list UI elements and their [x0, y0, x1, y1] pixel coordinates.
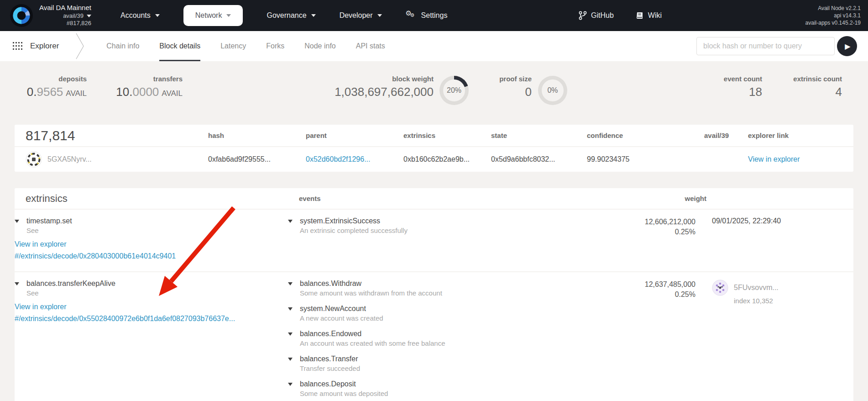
col-hash: hash	[208, 132, 306, 139]
stat-extrinsic-count-label: extrinsic count	[751, 75, 842, 83]
block-summary-stats: deposits 0.9565AVAIL transfers 10.0000AV…	[0, 75, 868, 110]
stat-deposits-value: 0.9565AVAIL	[18, 85, 87, 99]
parent-hash-link[interactable]: 0x52d60bd2f1296...	[306, 155, 370, 163]
col-explorer-link: explorer link	[748, 132, 853, 139]
validator-identicon	[26, 151, 42, 168]
tab-chain-info[interactable]: Chain info	[106, 31, 139, 61]
top-header: Avail DA Mainnet avail/39 #817,826 Accou…	[0, 0, 868, 31]
main-nav: Accounts Network Governance Developer ⚙ …	[120, 5, 447, 26]
app-menu[interactable]: Explorer	[13, 31, 59, 61]
extrinsic-see: See	[26, 227, 288, 234]
nav-accounts[interactable]: Accounts	[120, 11, 160, 20]
col-confidence: confidence	[587, 132, 704, 139]
chain-selector[interactable]: avail/39	[39, 12, 91, 20]
stat-event-count-label: event count	[671, 75, 762, 83]
extrinsic-name[interactable]: timestamp.set	[26, 217, 288, 225]
extrinsic-row-timestamp-set: timestamp.set See View in explorer #/ext…	[15, 209, 853, 271]
extrinsic-signer[interactable]: 5FUvsovvm...	[712, 280, 853, 296]
api-version: api v14.3.1	[805, 12, 861, 19]
section-divider	[74, 32, 86, 60]
stat-extrinsic-count: extrinsic count 4	[751, 75, 842, 99]
app-name: Explorer	[30, 42, 59, 51]
nav-developer-label: Developer	[340, 11, 373, 20]
extrinsic-name[interactable]: balances.transferKeepAlive	[26, 280, 288, 288]
nav-accounts-label: Accounts	[120, 11, 151, 20]
event-name[interactable]: balances.Withdraw	[300, 280, 643, 288]
nav-governance-label: Governance	[267, 11, 306, 20]
search-submit-button[interactable]: ▶	[837, 36, 857, 56]
network-info: Avail DA Mainnet avail/39 #817,826	[39, 4, 91, 27]
version-info: Avail Node v2.2.1 api v14.3.1 avail-apps…	[805, 5, 861, 26]
play-icon: ▶	[845, 42, 850, 51]
external-links: GitHub Wiki	[579, 11, 662, 20]
event-extrinsic-success: system.ExtrinsicSuccess An extrinsic com…	[288, 217, 643, 234]
stat-transfers-value: 10.0000AVAIL	[96, 85, 183, 99]
tab-list: Chain info Block details Latency Forks N…	[106, 31, 385, 61]
event-name[interactable]: balances.Transfer	[300, 355, 643, 363]
event-description: Some amount was deposited	[300, 390, 643, 397]
extrinsic-weight-percent: 0.25%	[643, 227, 695, 237]
chevron-down-icon	[311, 14, 316, 17]
nav-settings[interactable]: ⚙ ⚙ Settings	[406, 11, 448, 21]
tab-node-info[interactable]: Node info	[304, 31, 336, 61]
col-avail39: avail/39	[704, 132, 748, 139]
block-hash: 0xfab6ad9f29555...	[208, 155, 306, 164]
extrinsic-see: See	[26, 289, 288, 297]
event-balances-withdraw: balances.Withdraw Some amount was withdr…	[288, 280, 643, 297]
tab-latency[interactable]: Latency	[220, 31, 246, 61]
col-state: state	[491, 132, 587, 139]
extrinsics-table: extrinsics events weight timestamp.set S…	[15, 188, 853, 401]
chevron-down-icon	[155, 14, 160, 17]
nav-governance[interactable]: Governance	[267, 11, 315, 20]
stat-extrinsic-count-value: 4	[836, 85, 842, 99]
settings-gear-icon: ⚙ ⚙	[406, 11, 417, 21]
chevron-down-icon	[226, 14, 231, 17]
chevron-down-icon[interactable]	[288, 358, 293, 361]
stat-transfers-label: transfers	[96, 75, 183, 83]
event-description: Some amount was withdrawn from the accou…	[300, 289, 643, 297]
event-name[interactable]: system.NewAccount	[300, 305, 643, 313]
table-row: 5GXA5Nyrv... 0xfab6ad9f29555... 0x52d60b…	[15, 146, 853, 172]
github-link[interactable]: GitHub	[579, 11, 614, 20]
avail-logo-icon[interactable]	[10, 4, 33, 27]
tab-api-stats[interactable]: API stats	[356, 31, 385, 61]
github-label: GitHub	[591, 11, 614, 20]
chevron-down-icon[interactable]	[288, 383, 293, 386]
nav-network[interactable]: Network	[183, 5, 243, 26]
chevron-down-icon[interactable]	[288, 220, 293, 223]
extrinsic-decode-link[interactable]: #/extrinsics/decode/0x55028400972e6b0f1d…	[15, 313, 288, 325]
chevron-down-icon[interactable]	[15, 220, 19, 223]
tab-forks[interactable]: Forks	[266, 31, 284, 61]
event-name[interactable]: system.ExtrinsicSuccess	[300, 217, 643, 225]
extrinsic-weight: 12,637,485,000	[643, 280, 695, 290]
network-name: Avail DA Mainnet	[39, 4, 91, 12]
extrinsic-explorer-link[interactable]: View in explorer	[15, 301, 288, 313]
col-extrinsics: extrinsics	[403, 132, 491, 139]
extrinsic-row-transfer-keep-alive: balances.transferKeepAlive See View in e…	[15, 271, 853, 401]
event-description: Transfer succeeded	[300, 364, 643, 372]
chevron-down-icon[interactable]	[15, 282, 19, 285]
extrinsic-explorer-link[interactable]: View in explorer	[15, 238, 288, 250]
confidence-value: 99.90234375	[587, 155, 704, 164]
block-search-input[interactable]	[696, 37, 835, 55]
chevron-down-icon[interactable]	[288, 282, 293, 285]
best-block-number: #817,826	[39, 20, 91, 27]
signer-address: 5FUvsovvm...	[734, 284, 779, 292]
event-balances-transfer: balances.Transfer Transfer succeeded	[288, 355, 643, 372]
wiki-link[interactable]: Wiki	[636, 11, 662, 20]
event-system-new-account: system.NewAccount A new account was crea…	[288, 305, 643, 322]
stat-proof-size-label: proof size	[402, 75, 532, 83]
col-weight: weight	[654, 195, 706, 202]
view-in-explorer-link[interactable]: View in explorer	[748, 155, 800, 163]
extrinsic-decode-link[interactable]: #/extrinsics/decode/0x280403000b61e4014c…	[15, 250, 288, 262]
extrinsics-title: extrinsics	[26, 193, 299, 205]
nav-developer[interactable]: Developer	[340, 11, 382, 20]
event-name[interactable]: balances.Endowed	[300, 330, 643, 338]
tab-block-details[interactable]: Block details	[159, 31, 200, 61]
chevron-down-icon[interactable]	[288, 332, 293, 336]
extrinsics-root: 0xb160c62b2ae9b...	[403, 155, 491, 164]
chevron-down-icon[interactable]	[288, 307, 293, 311]
explorer-tabbar: Explorer Chain info Block details Latenc…	[0, 31, 868, 61]
block-author[interactable]: 5GXA5Nyrv...	[26, 151, 208, 168]
event-name[interactable]: balances.Deposit	[300, 380, 643, 388]
